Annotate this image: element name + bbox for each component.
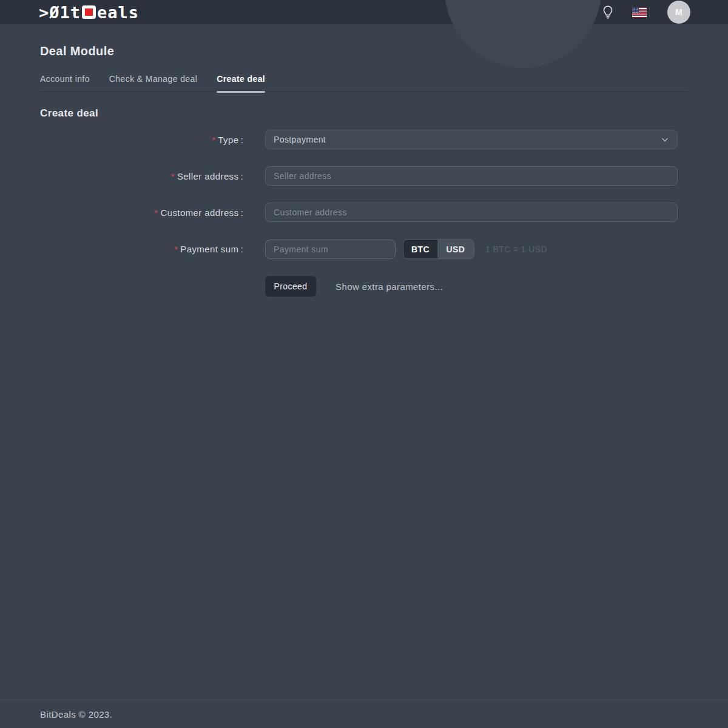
exchange-rate-text: 1 BTC = 1 USD bbox=[485, 244, 547, 254]
type-control: Postpayment bbox=[265, 130, 678, 149]
page-title: Deal Module bbox=[40, 44, 688, 58]
footer: BitDeals © 2023. bbox=[0, 699, 728, 728]
form-row-type: *Type: Postpayment bbox=[40, 130, 688, 149]
customer-address-label: *Customer address: bbox=[40, 207, 243, 218]
create-deal-form: *Type: Postpayment *Seller address: bbox=[40, 130, 688, 297]
payment-sum-control: BTC USD 1 BTC = 1 USD bbox=[265, 239, 547, 259]
form-row-customer: *Customer address: bbox=[40, 203, 688, 222]
seller-address-input[interactable] bbox=[265, 166, 678, 186]
form-row-payment: *Payment sum: BTC USD 1 BTC = 1 USD bbox=[40, 239, 688, 259]
page: >Ø1t eals M Deal Module Account info Che… bbox=[0, 0, 728, 728]
footer-copyright: BitDeals © 2023. bbox=[40, 709, 112, 720]
chevron-down-icon bbox=[661, 135, 669, 144]
required-mark: * bbox=[174, 244, 178, 254]
form-row-seller: *Seller address: bbox=[40, 166, 688, 186]
tab-bar: Account info Check & Manage deal Create … bbox=[40, 74, 688, 92]
section-title: Create deal bbox=[40, 107, 688, 120]
tab-account-info[interactable]: Account info bbox=[40, 74, 90, 92]
tab-check-manage-deal[interactable]: Check & Manage deal bbox=[109, 74, 197, 92]
currency-option-usd[interactable]: USD bbox=[437, 240, 474, 258]
type-select-value: Postpayment bbox=[274, 135, 326, 144]
type-label: *Type: bbox=[40, 135, 243, 145]
required-mark: * bbox=[212, 135, 215, 145]
required-mark: * bbox=[155, 208, 158, 218]
customer-address-input[interactable] bbox=[265, 203, 678, 222]
actions-control: Proceed Show extra parameters... bbox=[265, 276, 443, 297]
required-mark: * bbox=[171, 172, 175, 181]
type-select[interactable]: Postpayment bbox=[265, 130, 678, 149]
payment-sum-input[interactable] bbox=[265, 240, 396, 259]
main-content: Deal Module Account info Check & Manage … bbox=[0, 0, 728, 297]
seller-address-control bbox=[265, 166, 678, 186]
show-extra-parameters-link[interactable]: Show extra parameters... bbox=[335, 281, 443, 292]
proceed-button[interactable]: Proceed bbox=[265, 276, 316, 297]
currency-toggle: BTC USD bbox=[403, 239, 474, 259]
seller-address-label: *Seller address: bbox=[40, 171, 243, 181]
payment-sum-label: *Payment sum: bbox=[40, 244, 243, 254]
customer-address-control bbox=[265, 203, 678, 222]
currency-option-btc[interactable]: BTC bbox=[403, 240, 437, 258]
tab-create-deal[interactable]: Create deal bbox=[217, 74, 265, 92]
form-row-actions: Proceed Show extra parameters... bbox=[40, 276, 688, 297]
